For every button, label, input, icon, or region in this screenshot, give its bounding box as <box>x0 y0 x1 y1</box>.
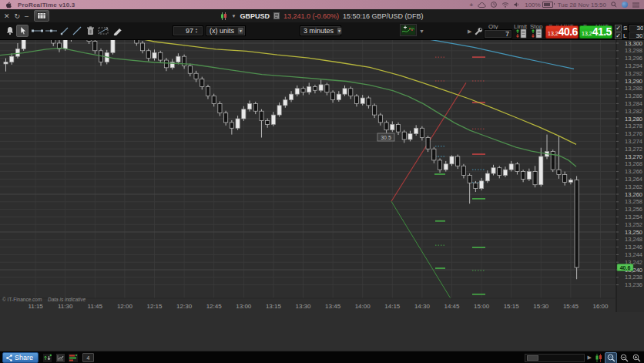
svg-text:11:45: 11:45 <box>88 303 103 310</box>
svg-text:13,274: 13,274 <box>625 138 642 145</box>
units-mode-label: (x) units <box>206 27 237 35</box>
svg-text:14:15: 14:15 <box>384 303 401 310</box>
svg-text:13,256: 13,256 <box>625 206 642 213</box>
order-settings-wrench-icon[interactable] <box>473 25 484 36</box>
zoom-in-button[interactable] <box>631 353 642 363</box>
chart-tab-icon[interactable] <box>55 353 65 362</box>
last-price-change: 13,241.0 (-0.60%) <box>283 12 339 20</box>
symbol-dropdown-arrow[interactable]: ▼ <box>231 14 236 18</box>
svg-text:13,262: 13,262 <box>625 183 642 190</box>
svg-text:13,236: 13,236 <box>625 281 642 288</box>
svg-text:13,238: 13,238 <box>625 274 642 281</box>
svg-text:13,278: 13,278 <box>625 123 642 129</box>
apple-logo-icon[interactable] <box>5 2 12 8</box>
stop-order-icon[interactable] <box>530 29 542 39</box>
spinner-arrows[interactable]: ▲▼ <box>195 28 200 34</box>
buy-price-prefix: 13,2 <box>580 31 592 38</box>
svg-text:13,260: 13,260 <box>625 191 642 198</box>
svg-text:13,250: 13,250 <box>625 229 642 236</box>
battery-percent: 100% <box>525 2 540 8</box>
notification-center-icon[interactable] <box>632 2 639 8</box>
chart-hscrollbar[interactable] <box>525 354 585 362</box>
chevron-down-icon: ▼ <box>237 27 244 35</box>
svg-text:Data is indicative: Data is indicative <box>48 297 86 302</box>
share-button[interactable]: Share <box>2 352 39 363</box>
marker-pencil-icon[interactable] <box>111 25 123 37</box>
svg-text:13,280: 13,280 <box>625 116 642 123</box>
clock-icon[interactable] <box>491 2 497 8</box>
positions-tab-icon[interactable] <box>42 353 52 362</box>
delete-trash-icon[interactable] <box>84 25 96 37</box>
chart-toolbar: ▲▼ (x) units ▼ 3 minutes ▼ ▼ ▶ Qty Limit… <box>0 22 644 40</box>
limit-attach-label: L <box>623 32 626 39</box>
battery-indicator[interactable]: 100% <box>525 2 552 8</box>
collapse-panel-arrow[interactable]: ▶ <box>468 29 471 35</box>
add-indicator-icon[interactable] <box>400 24 417 36</box>
zoom-out-button[interactable] <box>619 353 629 363</box>
svg-text:13,296: 13,296 <box>625 55 642 62</box>
limit-order-icon[interactable] <box>515 29 527 39</box>
stop-attach-label: S <box>623 25 627 32</box>
limit-distance-input[interactable] <box>629 32 644 39</box>
workspace-tab-badge[interactable]: 4 <box>82 353 94 362</box>
sell-price: 40.6 <box>558 26 578 38</box>
candle-display-icon[interactable] <box>594 353 603 362</box>
segment-tool-icon[interactable] <box>31 25 43 37</box>
limit-attach-checkbox[interactable]: ✓ <box>615 32 622 39</box>
volume-icon[interactable] <box>514 2 520 8</box>
siri-icon[interactable] <box>622 2 628 8</box>
wifi-icon[interactable] <box>501 2 509 8</box>
cloud-icon[interactable] <box>478 2 486 8</box>
svg-text:14:45: 14:45 <box>444 303 460 310</box>
fibonacci-zone-tool-icon[interactable] <box>97 25 109 37</box>
units-count-spinner[interactable]: ▲▼ <box>173 25 203 36</box>
qty-field[interactable] <box>484 29 512 39</box>
indicator-dropdown-arrow[interactable]: ▼ <box>419 29 424 34</box>
svg-text:13,298: 13,298 <box>625 47 642 54</box>
menubar-clock[interactable]: Tue 28 Nov 15:50 <box>558 2 606 8</box>
macos-menubar: ProRealTime v10.3 + 100% Tue 28 Nov 15:5… <box>0 0 644 9</box>
sell-mkt-button[interactable]: 13,2 40.6 <box>545 25 579 39</box>
trendline-short-tool-icon[interactable] <box>59 25 71 37</box>
svg-text:13:30: 13:30 <box>295 303 311 310</box>
candlestick-icon <box>220 12 227 20</box>
trendline-tool-icon[interactable] <box>71 25 83 37</box>
svg-text:12:45: 12:45 <box>206 303 223 310</box>
buy-price: 41.5 <box>592 26 612 38</box>
stop-attach-checkbox[interactable]: ✓ <box>615 25 622 32</box>
pointer-tool-button[interactable] <box>16 25 29 37</box>
hscrollbar-thumb[interactable] <box>527 355 538 361</box>
svg-text:30.5: 30.5 <box>381 135 391 140</box>
instrument-info-icon[interactable] <box>273 12 280 19</box>
timeframe-dropdown[interactable]: 3 minutes ▼ <box>300 25 341 36</box>
svg-text:13,276: 13,276 <box>625 130 642 137</box>
session-info: 15:50:16 GBP/USD (DFB) <box>343 12 424 20</box>
svg-text:13,284: 13,284 <box>625 100 642 107</box>
scroll-right-arrow[interactable]: ▶ <box>588 355 592 361</box>
stop-distance-input[interactable] <box>629 25 644 32</box>
status-bar: Share 4 ▶ <box>0 351 644 363</box>
qty-input[interactable] <box>485 30 512 38</box>
units-count-input[interactable] <box>173 27 195 35</box>
orders-tab-icon[interactable] <box>69 353 78 362</box>
buy-mkt-button[interactable]: 13,2 41.5 <box>579 25 612 39</box>
limit-distance-field[interactable] <box>628 32 644 40</box>
units-mode-dropdown[interactable]: (x) units ▼ <box>206 25 246 36</box>
zoom-selection-button[interactable] <box>605 352 617 363</box>
svg-text:13,264: 13,264 <box>625 176 642 183</box>
svg-text:© IT-Finance.com: © IT-Finance.com <box>2 297 42 302</box>
svg-text:13,254: 13,254 <box>625 213 642 220</box>
volume-plus-icon[interactable]: + <box>470 2 474 8</box>
svg-text:14:30: 14:30 <box>414 303 431 310</box>
svg-text:13,248: 13,248 <box>625 236 642 243</box>
svg-text:13,282: 13,282 <box>625 108 642 115</box>
symbol-name[interactable]: GBPUSD <box>240 12 270 20</box>
svg-text:14:00: 14:00 <box>355 303 371 310</box>
svg-text:11:15: 11:15 <box>28 303 43 310</box>
price-chart[interactable]: 30.513,31013,30813,30613,30413,30213,300… <box>0 0 644 312</box>
limit-attach-row: ✓ L <box>615 32 644 40</box>
spotlight-search-icon[interactable] <box>611 2 617 8</box>
svg-text:13:00: 13:00 <box>236 303 252 310</box>
horizontal-line-tool-icon[interactable] <box>45 25 57 37</box>
alerts-bell-icon[interactable] <box>4 25 16 37</box>
